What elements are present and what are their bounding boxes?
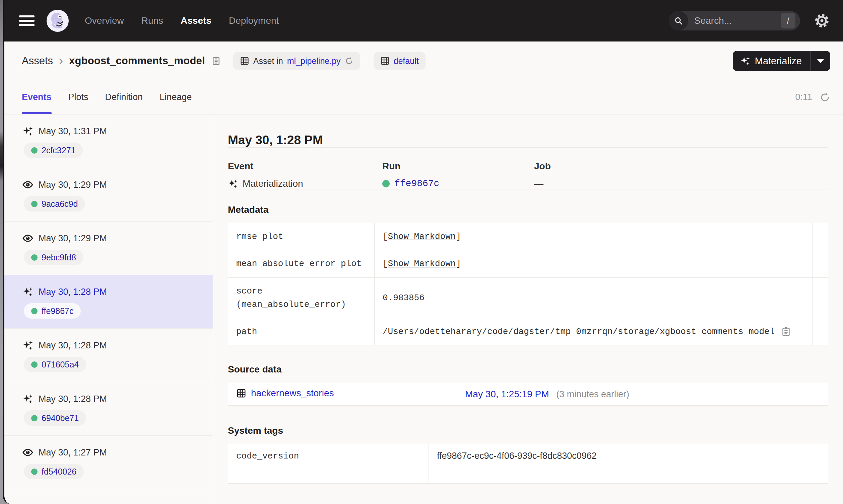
sparkle-icon xyxy=(22,394,33,404)
nav-item-deployment[interactable]: Deployment xyxy=(229,15,279,26)
materialize-options-button[interactable] xyxy=(811,51,830,71)
tab-plots[interactable]: Plots xyxy=(68,80,88,114)
event-list-item[interactable]: May 30, 1:29 PM 9ebc9fd8 xyxy=(4,221,213,275)
reload-definition-icon[interactable] xyxy=(345,57,354,65)
run-badge[interactable]: 6940be71 xyxy=(24,410,86,426)
eye-icon xyxy=(22,179,33,190)
run-id-link[interactable]: 9ebc9fd8 xyxy=(41,253,76,263)
tab-lineage[interactable]: Lineage xyxy=(159,80,192,114)
primary-nav: Overview Runs Assets Deployment xyxy=(85,15,279,26)
show-markdown-link[interactable]: Show Markdown xyxy=(388,259,456,269)
materialize-button[interactable]: Materialize xyxy=(733,56,810,67)
tab-definition[interactable]: Definition xyxy=(105,80,143,114)
show-markdown-link[interactable]: Show Markdown xyxy=(388,232,456,241)
run-id-link[interactable]: fd540026 xyxy=(41,467,76,476)
asset-grid-icon xyxy=(236,388,246,398)
top-navbar: Overview Runs Assets Deployment Search..… xyxy=(4,0,843,41)
path-link[interactable]: /Users/odetteharary/code/dagster/tmp_0mz… xyxy=(383,327,775,337)
event-list-item[interactable]: May 30, 1:31 PM 2cfc3271 xyxy=(4,114,213,168)
hamburger-menu-icon[interactable] xyxy=(19,15,35,26)
event-timestamp: May 30, 1:29 PM xyxy=(38,233,107,244)
run-badge[interactable]: 2cfc3271 xyxy=(24,143,83,158)
nav-item-assets[interactable]: Assets xyxy=(180,15,211,26)
run-id-link[interactable]: 9aca6c9d xyxy=(41,199,78,209)
refresh-icon[interactable] xyxy=(820,92,830,103)
job-value: — xyxy=(534,178,544,189)
job-column-label: Job xyxy=(534,161,828,172)
event-list-item[interactable]: May 30, 1:28 PM ffe9867c xyxy=(4,275,213,329)
run-id-link[interactable]: 2cfc3271 xyxy=(41,146,75,155)
asset-group-link[interactable]: default xyxy=(394,56,419,66)
event-list-item[interactable]: May 30, 1:29 PM 9aca6c9d xyxy=(4,168,213,221)
eye-icon xyxy=(22,447,33,458)
nav-item-runs[interactable]: Runs xyxy=(141,15,163,26)
run-id-link[interactable]: 071605a4 xyxy=(41,360,79,370)
run-status-dot xyxy=(31,201,37,207)
metadata-key: rmse plot xyxy=(228,223,375,250)
run-badge[interactable]: 071605a4 xyxy=(24,357,86,372)
run-badge[interactable]: 9ebc9fd8 xyxy=(24,250,83,265)
relative-time-label: (3 minutes earlier) xyxy=(556,389,629,399)
asset-grid-icon xyxy=(240,56,249,66)
search-input[interactable]: Search... / xyxy=(669,11,800,31)
materialize-split-button: Materialize xyxy=(733,51,830,71)
source-data-section-title: Source data xyxy=(228,364,828,375)
system-tag-row xyxy=(228,468,828,484)
asset-group-badge: default xyxy=(374,52,426,70)
metadata-key: mean_absolute_error plot xyxy=(228,250,375,277)
event-list-item[interactable]: May 30, 1:28 PM 6940be71 xyxy=(4,382,213,436)
metadata-value: 0.983856 xyxy=(375,277,812,318)
run-status-dot xyxy=(31,308,37,314)
run-id-link[interactable]: 6940be71 xyxy=(41,413,79,423)
event-timestamp: May 30, 1:27 PM xyxy=(38,447,107,458)
copy-path-icon[interactable] xyxy=(781,326,791,337)
upstream-asset-link[interactable]: hackernews_stories xyxy=(236,388,334,399)
event-list: May 30, 1:31 PM 2cfc3271 May 30, 1:29 PM xyxy=(4,114,213,504)
copy-asset-name-button[interactable] xyxy=(211,56,221,66)
event-column-label: Event xyxy=(228,161,382,172)
nav-item-overview[interactable]: Overview xyxy=(85,15,124,26)
metadata-value: [Show Markdown] xyxy=(375,223,812,250)
event-timestamp: May 30, 1:29 PM xyxy=(38,180,107,190)
event-list-item[interactable]: May 30, 1:27 PM fd540026 xyxy=(4,436,213,489)
metadata-row: mean_absolute_error plot [Show Markdown] xyxy=(228,250,828,277)
metadata-row: rmse plot [Show Markdown] xyxy=(228,223,828,250)
tab-events[interactable]: Events xyxy=(22,80,52,114)
pipeline-file-link[interactable]: ml_pipeline.py xyxy=(287,56,341,66)
run-status-dot xyxy=(31,147,37,154)
metadata-row: score (mean_absolute_error) 0.983856 xyxy=(228,277,828,318)
event-list-item[interactable]: May 30, 1:28 PM 071605a4 xyxy=(4,329,213,382)
event-timestamp: May 30, 1:31 PM xyxy=(38,126,107,137)
asset-header: Assets › xgboost_comments_model Asset in… xyxy=(4,41,843,80)
chevron-down-icon xyxy=(817,59,824,63)
event-type-value: Materialization xyxy=(243,178,303,189)
run-column-label: Run xyxy=(382,161,534,172)
tag-value: ffe9867c-ec9c-4f06-939c-f8dc830c0962 xyxy=(429,444,828,468)
refresh-countdown: 0:11 xyxy=(795,92,812,103)
run-badge[interactable]: ffe9867c xyxy=(24,303,81,319)
asset-tabs: Events Plots Definition Lineage 0:11 xyxy=(4,80,843,114)
dagster-logo[interactable] xyxy=(47,10,69,32)
sparkle-icon xyxy=(22,340,33,351)
source-materialization-time-link[interactable]: May 30, 1:25:19 PM xyxy=(465,389,549,399)
metadata-value: [Show Markdown] xyxy=(375,250,812,277)
run-badge[interactable]: 9aca6c9d xyxy=(24,196,85,212)
search-icon xyxy=(669,11,688,31)
event-timestamp: May 30, 1:28 PM xyxy=(38,394,107,404)
asset-group-icon xyxy=(380,56,390,66)
system-tags-section-title: System tags xyxy=(228,425,828,436)
run-id-link[interactable]: ffe9867c xyxy=(394,178,439,189)
breadcrumb-assets-link[interactable]: Assets xyxy=(22,55,53,67)
eye-icon xyxy=(22,233,33,244)
search-placeholder: Search... xyxy=(694,15,781,26)
run-status-dot xyxy=(31,469,37,475)
metadata-table: rmse plot [Show Markdown] mean_absolute_… xyxy=(228,223,828,345)
event-detail-title: May 30, 1:28 PM xyxy=(228,133,828,147)
tag-key: code_version xyxy=(228,444,429,468)
asset-in-label: Asset in xyxy=(253,56,283,66)
page-title: xgboost_comments_model xyxy=(69,55,205,67)
run-badge[interactable]: fd540026 xyxy=(24,464,84,479)
run-id-link[interactable]: ffe9867c xyxy=(41,306,73,316)
gear-icon[interactable] xyxy=(814,13,830,29)
sparkle-icon xyxy=(22,126,33,137)
